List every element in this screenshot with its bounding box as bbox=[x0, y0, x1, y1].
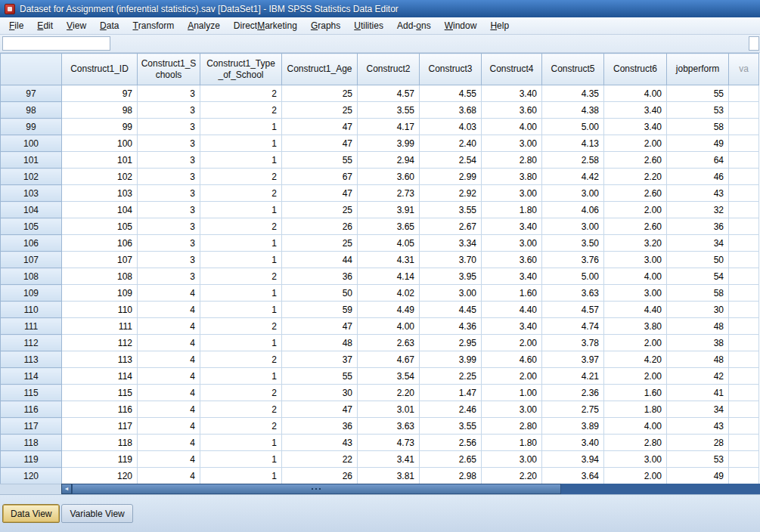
row-header-101[interactable]: 101 bbox=[1, 152, 62, 169]
cell-var-empty[interactable] bbox=[729, 202, 759, 218]
cell[interactable]: 2.80 bbox=[482, 418, 542, 435]
row-header-110[interactable]: 110 bbox=[1, 302, 62, 318]
cell[interactable]: 48 bbox=[667, 351, 729, 368]
cell[interactable]: 55 bbox=[282, 152, 358, 169]
row-header-108[interactable]: 108 bbox=[1, 268, 62, 285]
cell[interactable]: 4.17 bbox=[358, 119, 420, 135]
cell[interactable]: 1 bbox=[200, 451, 282, 468]
cell[interactable]: 4.03 bbox=[420, 119, 482, 135]
row-header-114[interactable]: 114 bbox=[1, 368, 62, 385]
cell-var-empty[interactable] bbox=[729, 351, 759, 368]
cell[interactable]: 3.00 bbox=[482, 451, 542, 468]
cell[interactable]: 4 bbox=[138, 418, 200, 435]
cell[interactable]: 3 bbox=[138, 268, 200, 285]
cell[interactable]: 2.80 bbox=[604, 435, 667, 451]
row-header-115[interactable]: 115 bbox=[1, 385, 62, 401]
cell[interactable]: 4 bbox=[138, 468, 200, 484]
cell[interactable]: 43 bbox=[282, 435, 358, 451]
cell[interactable]: 2.58 bbox=[542, 152, 604, 169]
cell[interactable]: 1 bbox=[200, 302, 282, 318]
row-header-112[interactable]: 112 bbox=[1, 335, 62, 351]
cell[interactable]: 2.60 bbox=[604, 185, 667, 202]
cell[interactable]: 48 bbox=[667, 318, 729, 335]
cell[interactable]: 2.73 bbox=[358, 185, 420, 202]
column-header-jobperform[interactable]: jobperform bbox=[667, 54, 729, 85]
cell[interactable]: 3 bbox=[138, 218, 200, 235]
cell[interactable]: 48 bbox=[282, 335, 358, 351]
cell[interactable]: 2.00 bbox=[482, 368, 542, 385]
cell[interactable]: 4.49 bbox=[358, 302, 420, 318]
cell[interactable]: 2 bbox=[200, 185, 282, 202]
cell[interactable]: 2.00 bbox=[482, 335, 542, 351]
cell[interactable]: 2.46 bbox=[420, 401, 482, 418]
cell[interactable]: 3 bbox=[138, 235, 200, 252]
cell[interactable]: 47 bbox=[282, 401, 358, 418]
row-header-105[interactable]: 105 bbox=[1, 218, 62, 235]
cell[interactable]: 2 bbox=[200, 102, 282, 119]
cell[interactable]: 3.00 bbox=[482, 401, 542, 418]
cell[interactable]: 4.00 bbox=[358, 318, 420, 335]
cell[interactable]: 64 bbox=[667, 152, 729, 169]
cell[interactable]: 1 bbox=[200, 119, 282, 135]
cell[interactable]: 50 bbox=[282, 285, 358, 302]
cell[interactable]: 120 bbox=[62, 468, 138, 484]
cell[interactable]: 2.60 bbox=[604, 152, 667, 169]
cell-var-empty[interactable] bbox=[729, 318, 759, 335]
column-header-construct4[interactable]: Construct4 bbox=[482, 54, 542, 85]
column-header-construct1-s-chools[interactable]: Construct1_S chools bbox=[138, 54, 200, 85]
cell[interactable]: 3.40 bbox=[482, 218, 542, 235]
scroll-left-arrow-icon[interactable]: ◄ bbox=[61, 484, 72, 494]
cell[interactable]: 5.00 bbox=[542, 119, 604, 135]
cell-var-empty[interactable] bbox=[729, 85, 759, 102]
cell[interactable]: 4.40 bbox=[604, 302, 667, 318]
menu-item-graphs[interactable]: Graphs bbox=[304, 17, 347, 34]
cell[interactable]: 58 bbox=[667, 119, 729, 135]
menu-item-data[interactable]: Data bbox=[93, 17, 126, 34]
row-header-100[interactable]: 100 bbox=[1, 135, 62, 152]
cell-var-empty[interactable] bbox=[729, 268, 759, 285]
cell[interactable]: 2 bbox=[200, 351, 282, 368]
cell[interactable]: 55 bbox=[282, 368, 358, 385]
cell[interactable]: 2 bbox=[200, 268, 282, 285]
cell[interactable]: 41 bbox=[667, 385, 729, 401]
cell[interactable]: 49 bbox=[667, 468, 729, 484]
cell[interactable]: 1.80 bbox=[482, 435, 542, 451]
column-header-construct5[interactable]: Construct5 bbox=[542, 54, 604, 85]
cell[interactable]: 55 bbox=[667, 85, 729, 102]
row-header-116[interactable]: 116 bbox=[1, 401, 62, 418]
cell[interactable]: 1.60 bbox=[604, 385, 667, 401]
cell-var-empty[interactable] bbox=[729, 252, 759, 268]
cell[interactable]: 4 bbox=[138, 368, 200, 385]
cell[interactable]: 2.75 bbox=[542, 401, 604, 418]
cell[interactable]: 111 bbox=[62, 318, 138, 335]
cell-var-empty[interactable] bbox=[729, 119, 759, 135]
cell[interactable]: 4 bbox=[138, 318, 200, 335]
cell[interactable]: 1 bbox=[200, 468, 282, 484]
row-header-120[interactable]: 120 bbox=[1, 468, 62, 484]
cell[interactable]: 108 bbox=[62, 268, 138, 285]
cell[interactable]: 43 bbox=[667, 185, 729, 202]
cell[interactable]: 1 bbox=[200, 435, 282, 451]
cell[interactable]: 58 bbox=[667, 285, 729, 302]
cell[interactable]: 2.54 bbox=[420, 152, 482, 169]
cell[interactable]: 4.45 bbox=[420, 302, 482, 318]
cell[interactable]: 2.65 bbox=[420, 451, 482, 468]
cell[interactable]: 4.02 bbox=[358, 285, 420, 302]
cell-var-empty[interactable] bbox=[729, 102, 759, 119]
cell[interactable]: 3.00 bbox=[482, 135, 542, 152]
cell[interactable]: 2.99 bbox=[420, 169, 482, 185]
cell[interactable]: 26 bbox=[282, 218, 358, 235]
row-header-117[interactable]: 117 bbox=[1, 418, 62, 435]
row-header-98[interactable]: 98 bbox=[1, 102, 62, 119]
cell[interactable]: 3.94 bbox=[542, 451, 604, 468]
cell[interactable]: 3.00 bbox=[542, 185, 604, 202]
cell[interactable]: 119 bbox=[62, 451, 138, 468]
cell[interactable]: 4.00 bbox=[604, 85, 667, 102]
cell[interactable]: 22 bbox=[282, 451, 358, 468]
row-header-111[interactable]: 111 bbox=[1, 318, 62, 335]
cell[interactable]: 103 bbox=[62, 185, 138, 202]
menu-item-transform[interactable]: Transform bbox=[126, 17, 181, 34]
cell-var-empty[interactable] bbox=[729, 302, 759, 318]
row-header-118[interactable]: 118 bbox=[1, 435, 62, 451]
cell[interactable]: 43 bbox=[667, 418, 729, 435]
